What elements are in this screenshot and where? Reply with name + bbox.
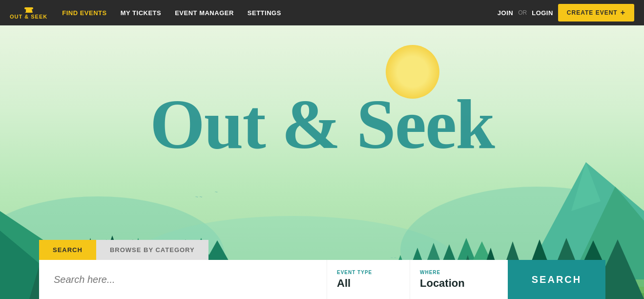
- svg-text:~: ~: [215, 190, 218, 195]
- logo[interactable]: OUT & SEEK: [10, 6, 47, 20]
- svg-text:~ ~: ~ ~: [195, 194, 203, 200]
- location-filter[interactable]: WHERE Location: [410, 260, 508, 299]
- where-label: WHERE: [420, 270, 498, 275]
- nav-event-manager[interactable]: EVENT MANAGER: [175, 9, 234, 17]
- tab-browse[interactable]: BROWSE BY CATEGORY: [96, 240, 208, 260]
- hero-section: ~ ~ ~ ~ ~ ~ ~ ~ Out & Seek SEARCH BROWSE…: [0, 25, 644, 299]
- search-panel: SEARCH BROWSE BY CATEGORY EVENT TYPE All…: [39, 240, 644, 299]
- create-event-label: CREATE EVENT: [567, 9, 618, 16]
- logo-icon: [22, 6, 36, 14]
- search-input-wrap: [39, 260, 327, 299]
- plus-icon: +: [621, 8, 625, 17]
- tab-search[interactable]: SEARCH: [39, 240, 96, 260]
- logo-text: OUT & SEEK: [10, 14, 47, 20]
- event-type-filter[interactable]: EVENT TYPE All: [327, 260, 410, 299]
- search-bar: EVENT TYPE All WHERE Location SEARCH: [39, 260, 605, 299]
- location-value: Location: [420, 277, 498, 290]
- tabs-row: SEARCH BROWSE BY CATEGORY: [39, 240, 644, 260]
- nav-or-text: OR: [518, 9, 527, 16]
- join-link[interactable]: JOIN: [498, 9, 513, 17]
- search-button[interactable]: SEARCH: [508, 260, 605, 299]
- search-input[interactable]: [54, 274, 312, 285]
- nav-links: FIND EVENTS MY TICKETS EVENT MANAGER SET…: [62, 9, 498, 17]
- nav-settings[interactable]: SETTINGS: [248, 9, 281, 17]
- navbar: OUT & SEEK FIND EVENTS MY TICKETS EVENT …: [0, 0, 644, 25]
- svg-rect-1: [24, 7, 33, 9]
- nav-my-tickets[interactable]: MY TICKETS: [121, 9, 162, 17]
- login-link[interactable]: LOGIN: [532, 9, 553, 17]
- event-type-value: All: [337, 277, 400, 290]
- nav-find-events[interactable]: FIND EVENTS: [62, 9, 106, 17]
- create-event-button[interactable]: CREATE EVENT +: [558, 4, 634, 21]
- event-type-label: EVENT TYPE: [337, 270, 400, 275]
- nav-right: JOIN OR LOGIN CREATE EVENT +: [498, 4, 634, 21]
